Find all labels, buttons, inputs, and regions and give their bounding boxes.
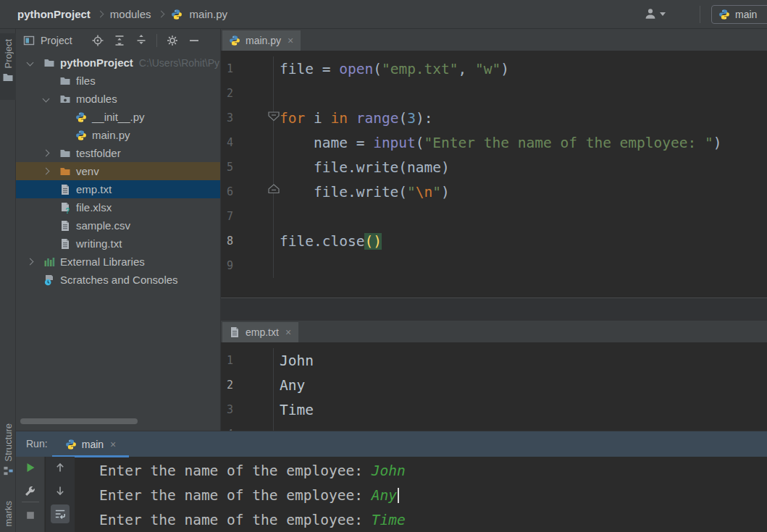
run-console[interactable]: Enter the name of the employee: JohnEnte… [75, 457, 767, 532]
tree-row-writing-txt[interactable]: writing.txt [16, 235, 221, 253]
code-text: file.close() [274, 233, 382, 250]
code-line-8[interactable]: 8file.close() [221, 229, 767, 253]
hide-panel-button[interactable] [186, 33, 202, 48]
settings-button[interactable] [24, 484, 37, 497]
arrow-up-icon [54, 462, 66, 473]
rerun-button[interactable] [24, 461, 37, 474]
settings-button[interactable] [164, 33, 180, 48]
editor-tabbar: main.py × [221, 29, 767, 51]
stop-button[interactable] [24, 509, 37, 522]
line-number: 5 [221, 155, 274, 180]
users-icon [644, 7, 657, 20]
tool-button-structure-label: Structure [3, 423, 14, 462]
tree-row-testfolder[interactable]: testfolder [16, 144, 221, 162]
line-number: 4 [221, 422, 274, 431]
python-icon [65, 439, 77, 450]
collapse-all-button[interactable] [133, 33, 149, 48]
tree-label: file.xlsx [76, 201, 112, 214]
hide-icon [188, 35, 200, 46]
emp-line-1[interactable]: 1John [221, 348, 767, 373]
console-line: Enter the name of the employee: John [75, 458, 767, 483]
expand-all-icon [114, 35, 125, 46]
breadcrumb-modules[interactable]: modules [110, 8, 151, 20]
arrow-down-icon [54, 485, 66, 497]
tool-button-structure[interactable]: Structure [0, 423, 16, 496]
fold-region-start-icon[interactable] [267, 111, 281, 122]
tree-row-file-xlsx[interactable]: ?file.xlsx [16, 198, 221, 216]
collapse-all-icon [135, 35, 147, 46]
emp-line-4[interactable]: 4 [221, 422, 767, 431]
expand-all-button[interactable] [112, 33, 127, 48]
tree-row-main-py[interactable]: main.py [16, 126, 221, 144]
tree-label: writing.txt [76, 237, 122, 250]
project-header: Project [16, 29, 220, 52]
close-icon[interactable]: × [288, 35, 293, 46]
code-line-3[interactable]: 3for i in range(3): [221, 106, 767, 130]
wrench-icon [24, 485, 36, 497]
text-line: Time [274, 402, 314, 418]
run-tool-window: Run: main × Enter the name of the employ… [16, 431, 767, 532]
scroll-down-button[interactable] [54, 484, 67, 497]
locate-icon [92, 35, 104, 46]
run-tab-main[interactable]: main × [52, 433, 129, 455]
file-text-icon [59, 220, 71, 232]
tree-row-pythonproject[interactable]: pythonProjectC:\Users\Rohit\Py [16, 54, 221, 72]
code-text: for i in range(3): [274, 110, 432, 127]
locate-button[interactable] [90, 33, 106, 48]
python-icon [718, 9, 730, 20]
tree-row-scratches-and-consoles[interactable]: Scratches and Consoles [16, 271, 221, 289]
code-line-5[interactable]: 5 file.write(name) [221, 155, 767, 180]
code-line-1[interactable]: 1file = open("emp.txt", "w") [221, 56, 767, 81]
python-icon [229, 35, 240, 46]
tool-button-bookmarks[interactable]: marks [0, 501, 16, 532]
tree-row-emp-txt[interactable]: emp.txt [16, 180, 221, 198]
chevron-down-icon[interactable] [43, 96, 59, 101]
tab-emp-txt[interactable]: emp.txt × [222, 322, 298, 342]
console-line: Enter the name of the employee: Any [75, 483, 767, 507]
code-line-7[interactable]: 7 [221, 204, 767, 229]
fold-region-end-icon[interactable] [267, 184, 281, 194]
run-header: Run: main × [16, 431, 767, 457]
tree-row-external-libraries[interactable]: External Libraries [16, 253, 221, 271]
tree-row-modules[interactable]: modules [16, 90, 221, 108]
scratches-icon [43, 274, 55, 286]
tree-row--init-py[interactable]: __init__.py [16, 108, 221, 126]
tree-row-venv[interactable]: venv [16, 162, 221, 180]
tree-row-files[interactable]: files [16, 72, 221, 90]
code-line-6[interactable]: 6 file.write("\n") [221, 180, 767, 204]
code-line-2[interactable]: 2 [221, 81, 767, 106]
console-prompt: Enter the name of the employee: [99, 463, 372, 479]
tree-label: testfolder [76, 147, 121, 159]
text-file-icon [229, 326, 240, 338]
chevron-right-icon[interactable] [43, 151, 59, 156]
breadcrumb-project[interactable]: pythonProject [17, 8, 91, 20]
close-icon[interactable]: × [285, 327, 291, 337]
project-panel-title: Project [41, 35, 72, 46]
code-line-4[interactable]: 4 name = input("Enter the name of the em… [221, 130, 767, 155]
scroll-up-button[interactable] [54, 461, 67, 474]
toolbar-separator [700, 6, 700, 23]
tree-path: C:\Users\Rohit\Py [139, 57, 219, 69]
text-editor[interactable]: 1John2Any3Time4 [221, 342, 767, 431]
chevron-right-icon[interactable] [28, 259, 43, 264]
folder-icon [59, 75, 71, 87]
run-configuration-selector[interactable]: main [711, 5, 767, 24]
soft-wrap-button[interactable] [51, 504, 70, 523]
editor-splitter[interactable] [221, 297, 767, 321]
horizontal-scrollbar[interactable] [20, 418, 138, 424]
tab-main-py[interactable]: main.py × [222, 30, 301, 51]
code-editor[interactable]: 1file = open("emp.txt", "w")23for i in r… [221, 51, 767, 297]
tool-button-project[interactable]: Project [0, 33, 16, 100]
folder-icon [43, 57, 55, 69]
chevron-right-icon[interactable] [43, 169, 59, 174]
users-button[interactable] [644, 7, 666, 20]
code-line-9[interactable]: 9 [221, 253, 767, 278]
emp-line-2[interactable]: 2Any [221, 373, 767, 397]
breadcrumb-file[interactable]: main.py [190, 8, 228, 20]
text-caret [398, 488, 399, 503]
editor-emp-txt: emp.txt × 1John2Any3Time4 [221, 321, 767, 431]
emp-line-3[interactable]: 3Time [221, 397, 767, 422]
close-icon[interactable]: × [110, 439, 116, 449]
chevron-down-icon[interactable] [28, 60, 43, 65]
tree-row-sample-csv[interactable]: sample.csv [16, 216, 221, 235]
